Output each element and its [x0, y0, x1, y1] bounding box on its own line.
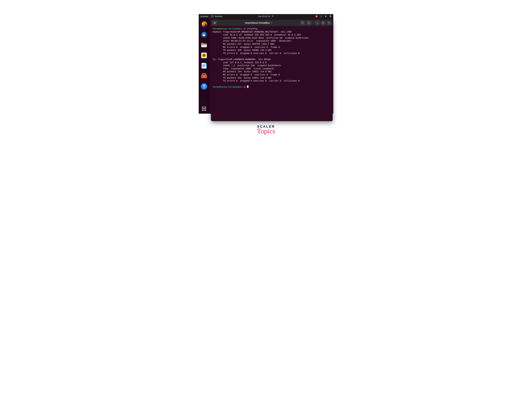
volume-icon[interactable]: [324, 15, 327, 18]
svg-point-3: [320, 17, 321, 17]
svg-text:?: ?: [203, 84, 205, 88]
svg-point-26: [302, 22, 303, 23]
svg-rect-6: [330, 15, 331, 15]
svg-point-17: [204, 55, 204, 56]
do-not-disturb-icon[interactable]: [316, 15, 318, 17]
svg-rect-12: [201, 43, 207, 45]
help-app[interactable]: ?: [200, 83, 208, 90]
battery-charging-icon[interactable]: [329, 15, 332, 18]
svg-rect-9: [203, 34, 205, 36]
clock[interactable]: Jun 10 01:13: [258, 15, 270, 18]
activities-button[interactable]: Activities: [200, 15, 208, 18]
svg-point-2: [321, 15, 321, 16]
close-button[interactable]: [327, 20, 331, 25]
brand-line2: Topics: [168, 127, 364, 135]
ubuntu-software-app[interactable]: [200, 72, 208, 80]
network-icon[interactable]: [320, 15, 322, 18]
terminal-titlebar: taran@taran-VirtualBox: ~: [211, 20, 333, 26]
terminal-icon: [211, 15, 214, 17]
thunderbird-app[interactable]: [200, 31, 208, 39]
active-app-indicator[interactable]: Terminal: [211, 15, 222, 18]
gnome-topbar: Activities Terminal Jun 10 01:13: [199, 14, 333, 19]
new-tab-button[interactable]: [212, 20, 217, 25]
scaler-topics-logo: SCALER Topics: [168, 125, 364, 135]
svg-rect-0: [211, 15, 214, 17]
svg-rect-19: [202, 64, 206, 65]
hamburger-menu-button[interactable]: [306, 20, 311, 25]
svg-rect-13: [202, 45, 207, 46]
terminal-title: taran@taran-VirtualBox: ~: [218, 22, 299, 24]
minimize-button[interactable]: [315, 20, 319, 25]
terminal-window: taran@taran-VirtualBox: ~ taran@t: [211, 20, 333, 121]
dock-separator: [201, 102, 207, 103]
terminal-body[interactable]: taran@taran-VirtualBox:~$ ifconfig enp0s…: [211, 26, 333, 121]
svg-rect-20: [202, 65, 206, 66]
files-app[interactable]: [200, 41, 208, 49]
svg-rect-27: [323, 22, 324, 23]
ubuntu-desktop: Activities Terminal Jun 10 01:13: [199, 14, 333, 114]
firefox-app[interactable]: [200, 21, 208, 28]
libreoffice-writer-app[interactable]: [200, 62, 208, 69]
bell-icon[interactable]: [271, 15, 274, 18]
search-button[interactable]: [300, 20, 305, 25]
svg-point-4: [322, 17, 322, 17]
active-app-label: Terminal: [215, 15, 222, 18]
apps-grid-icon: [202, 107, 206, 111]
dock: ?: [199, 19, 209, 114]
svg-rect-21: [202, 66, 205, 67]
rhythmbox-app[interactable]: [200, 52, 208, 59]
maximize-button[interactable]: [321, 20, 325, 25]
show-applications-button[interactable]: [200, 107, 208, 114]
